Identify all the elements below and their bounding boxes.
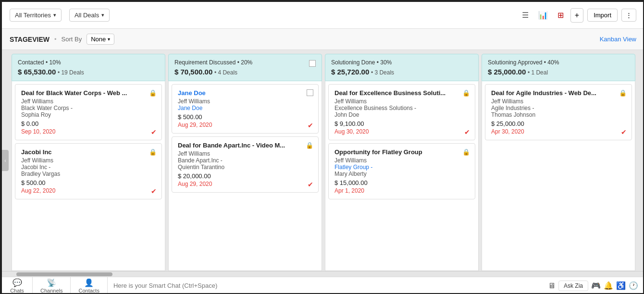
col-appr-cards: Deal for Agile Industries - Web De... 🔒 … xyxy=(482,81,635,271)
card-excellence[interactable]: Deal for Excellence Business Soluti... 🔒… xyxy=(328,84,475,140)
card-contact-bande: Quientin Tarantino xyxy=(178,164,302,171)
card-company-agile: Agile Industries - xyxy=(491,105,615,111)
list-view-icon[interactable]: ☰ xyxy=(519,9,532,22)
card-person-jane: Jeff Williams xyxy=(178,98,302,105)
plus-button[interactable]: + xyxy=(570,8,583,23)
ask-zia-button[interactable]: Ask Zia xyxy=(558,281,588,291)
kanban-view-icon[interactable]: ⊞ xyxy=(555,9,567,22)
header-left: All Territories ▾ All Deals ▾ xyxy=(10,9,511,22)
card-date-bande: Aug 29, 2020 xyxy=(178,181,302,187)
chart-view-icon[interactable]: 📊 xyxy=(535,9,551,22)
notification-icon[interactable]: 🔔 xyxy=(604,281,613,290)
bottom-right: 🖥 Ask Zia 🎮 🔔 ♿ 🕐 xyxy=(548,281,644,291)
card-check-icon-agile: ✔ xyxy=(621,128,627,136)
chats-icon: 💬 xyxy=(12,278,22,287)
card-date-agile: Apr 30, 2020 xyxy=(491,128,615,135)
bottom-bar: 💬 Chats 📡 Channels 👤 Contacts 🖥 Ask Zia … xyxy=(2,277,644,294)
card-check-icon-excellence: ✔ xyxy=(464,128,470,136)
col-sol-title: Solutioning Done • 30% xyxy=(331,59,472,66)
stageview-label: STAGEVIEW xyxy=(10,36,50,43)
column-contacted-header: Contacted • 10% $ 65,530.00 • 19 Deals xyxy=(12,54,165,81)
card-contact-agile: Thomas Johnson xyxy=(491,111,615,118)
card-company-jacobi: Jacobi Inc - xyxy=(21,164,145,171)
column-approved: Solutioning Approved • 40% $ 25,000.00 •… xyxy=(482,54,635,271)
column-contacted: Contacted • 10% $ 65,530.00 • 19 Deals D… xyxy=(12,54,165,271)
card-amount-bw: $ 0.00 xyxy=(21,120,145,127)
hscroll-thumb[interactable] xyxy=(16,272,112,276)
column-solutioning: Solutioning Done • 30% $ 25,720.00 • 3 D… xyxy=(325,54,479,271)
col-sol-amount: $ 25,720.00 xyxy=(331,68,369,76)
accessibility-icon[interactable]: ♿ xyxy=(616,281,626,290)
smart-chat-input[interactable] xyxy=(108,277,548,294)
import-button[interactable]: Import xyxy=(587,9,618,22)
card-person-excellence: Jeff Williams xyxy=(334,98,458,105)
clock-icon[interactable]: 🕐 xyxy=(629,281,638,290)
app-container: All Territories ▾ All Deals ▾ ☰ 📊 ⊞ + Im… xyxy=(1,1,644,294)
card-lock-bande: 🔒 xyxy=(306,142,313,149)
card-amount-agile: $ 25,000.00 xyxy=(491,120,615,127)
card-amount-jane: $ 500.00 xyxy=(178,113,302,121)
more-button[interactable]: ⋮ xyxy=(621,9,636,22)
card-date-jane: Aug 29, 2020 xyxy=(178,122,302,128)
contacts-icon: 👤 xyxy=(84,278,94,287)
header-right: ☰ 📊 ⊞ + Import ⋮ xyxy=(519,8,636,23)
channels-label: Channels xyxy=(40,288,62,294)
territory-arrow: ▾ xyxy=(53,12,56,18)
deals-arrow: ▾ xyxy=(101,12,104,18)
col-req-title: Requirement Discussed • 20% xyxy=(174,59,252,66)
col-appr-amount: $ 25,000.00 xyxy=(488,68,526,76)
col-contacted-amount: $ 65,530.00 xyxy=(18,68,56,76)
card-agile[interactable]: Deal for Agile Industries - Web De... 🔒 … xyxy=(485,84,632,140)
sort-value: None xyxy=(91,36,106,43)
sort-dropdown[interactable]: None ▾ xyxy=(87,34,114,45)
card-company-bande: Bande Apart.Inc - xyxy=(178,157,302,164)
card-contact-flatley: Mary Alberty xyxy=(334,171,458,177)
card-company-jane[interactable]: Jane Doe xyxy=(178,105,302,111)
col-req-count: • 4 Deals xyxy=(214,69,237,76)
column-solutioning-header: Solutioning Done • 30% $ 25,720.00 • 3 D… xyxy=(325,54,479,81)
card-amount-excellence: $ 9,100.00 xyxy=(334,120,458,127)
channels-icon: 📡 xyxy=(47,278,56,287)
card-jane-doe[interactable]: Jane Doe Jeff Williams Jane Doe $ 500.00… xyxy=(172,84,319,134)
col-contacted-title: Contacted • 10% xyxy=(18,59,159,66)
subheader-left: STAGEVIEW • Sort By None ▾ xyxy=(10,34,114,45)
territory-dropdown[interactable]: All Territories ▾ xyxy=(10,9,62,22)
column-requirement-header: Requirement Discussed • 20% $ 70,500.00 … xyxy=(168,54,322,81)
card-title-jane[interactable]: Jane Doe xyxy=(178,89,302,97)
card-lock-flatley: 🔒 xyxy=(462,148,470,156)
card-date-excellence: Aug 30, 2020 xyxy=(334,128,458,135)
bottom-contacts[interactable]: 👤 Contacts xyxy=(71,277,107,294)
scroll-left-indicator[interactable]: ‹ xyxy=(2,150,9,171)
card-jacobi[interactable]: Jacobi Inc 🔒 Jeff Williams Jacobi Inc - … xyxy=(15,143,162,199)
card-title-bande: Deal for Bande Apart.Inc - Video M... xyxy=(178,142,302,149)
col-appr-count: • 1 Deal xyxy=(528,69,548,76)
card-title-black-water: Deal for Black Water Corps - Web ... xyxy=(21,89,145,97)
card-black-water-corps[interactable]: Deal for Black Water Corps - Web ... 🔒 J… xyxy=(15,84,162,140)
card-title-excellence: Deal for Excellence Business Soluti... xyxy=(334,89,458,97)
deals-dropdown[interactable]: All Deals ▾ xyxy=(69,9,110,22)
screen-share-icon[interactable]: 🖥 xyxy=(548,282,556,290)
card-lock-agile: 🔒 xyxy=(619,89,627,97)
card-person-bw: Jeff Williams xyxy=(21,98,145,105)
card-company-flatley[interactable]: Flatley Group - xyxy=(334,164,458,171)
col-sol-cards: Deal for Excellence Business Soluti... 🔒… xyxy=(325,81,479,271)
card-lock-excellence: 🔒 xyxy=(462,89,470,97)
header: All Territories ▾ All Deals ▾ ☰ 📊 ⊞ + Im… xyxy=(2,2,644,29)
col-contacted-count: • 19 Deals xyxy=(58,69,84,76)
card-checkbox-jane[interactable] xyxy=(307,89,313,96)
card-lock-jacobi: 🔒 xyxy=(149,148,157,156)
bottom-chats[interactable]: 💬 Chats xyxy=(2,277,33,294)
col-req-checkbox[interactable] xyxy=(309,60,316,67)
card-flatley[interactable]: Opportunity for Flatley Group 🔒 Jeff Wil… xyxy=(328,143,475,199)
card-person-jacobi: Jeff Williams xyxy=(21,157,145,164)
contacts-label: Contacts xyxy=(78,288,99,294)
card-lock-black-water: 🔒 xyxy=(149,89,157,97)
gamepad-icon[interactable]: 🎮 xyxy=(591,281,601,290)
kanban-view-link[interactable]: Kanban View xyxy=(600,36,636,43)
card-check-icon-jane: ✔ xyxy=(308,122,313,129)
bottom-channels[interactable]: 📡 Channels xyxy=(33,277,71,294)
card-bande-apart[interactable]: Deal for Bande Apart.Inc - Video M... 🔒 … xyxy=(172,136,319,193)
horizontal-scrollbar[interactable] xyxy=(2,271,644,277)
ask-zia-label: Ask Zia xyxy=(564,282,583,289)
main-area: ‹ Contacted • 10% $ 65,530.00 • 19 Deals… xyxy=(2,50,644,271)
